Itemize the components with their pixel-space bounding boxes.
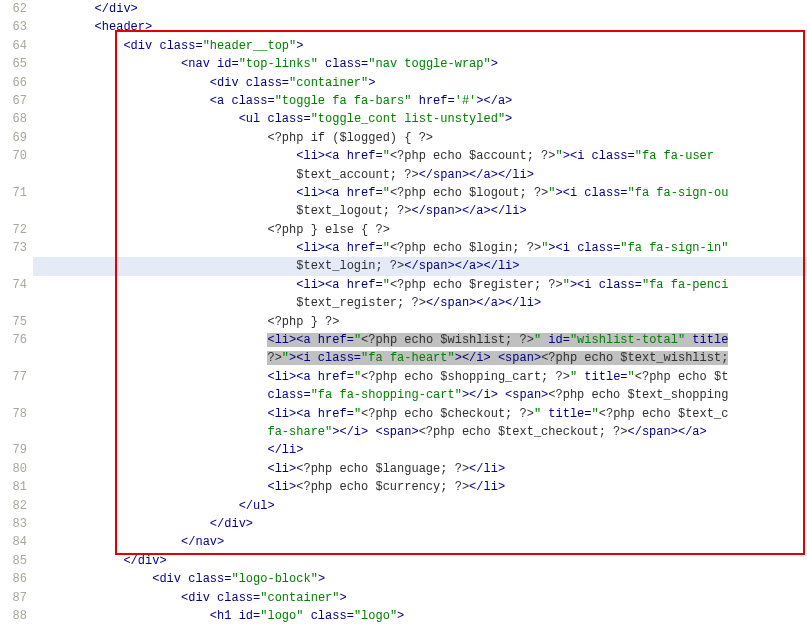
code-line[interactable]: <li><a href="<?php echo $register; ?>"><… <box>33 276 807 294</box>
line-number: 83 <box>0 515 27 533</box>
code-line[interactable]: <header> <box>33 18 807 36</box>
line-number <box>0 166 27 184</box>
line-number: 63 <box>0 18 27 36</box>
line-number: 88 <box>0 607 27 625</box>
line-number <box>0 423 27 441</box>
code-line[interactable]: <li><a href="<?php echo $wishlist; ?>" i… <box>33 331 807 349</box>
line-number: 86 <box>0 570 27 588</box>
line-number: 79 <box>0 441 27 459</box>
line-number: 81 <box>0 478 27 496</box>
code-line[interactable]: </div> <box>33 0 807 18</box>
code-line[interactable]: <li><a href="<?php echo $logout; ?>"><i … <box>33 184 807 202</box>
code-line[interactable]: </ul> <box>33 497 807 515</box>
code-line[interactable]: </div> <box>33 515 807 533</box>
code-line[interactable]: fa-share"></i> <span><?php echo $text_ch… <box>33 423 807 441</box>
code-line[interactable]: <div class="container"> <box>33 589 807 607</box>
line-number: 80 <box>0 460 27 478</box>
line-number: 76 <box>0 331 27 349</box>
line-number <box>0 349 27 367</box>
code-line[interactable]: $text_register; ?></span></a></li> <box>33 294 807 312</box>
code-line[interactable]: <li><a href="<?php echo $shopping_cart; … <box>33 368 807 386</box>
line-number: 66 <box>0 74 27 92</box>
code-editor[interactable]: 6263646566676869707172737475767778798081… <box>0 0 807 625</box>
line-number <box>0 257 27 275</box>
line-number <box>0 294 27 312</box>
line-gutter: 6263646566676869707172737475767778798081… <box>0 0 33 625</box>
code-line[interactable]: </div> <box>33 552 807 570</box>
line-number: 73 <box>0 239 27 257</box>
code-line[interactable]: <h1 id="logo" class="logo"> <box>33 607 807 625</box>
line-number: 69 <box>0 129 27 147</box>
line-number: 78 <box>0 405 27 423</box>
code-line[interactable]: $text_login; ?></span></a></li> <box>33 257 807 275</box>
code-line[interactable]: <div class="container"> <box>33 74 807 92</box>
code-line[interactable]: <li><?php echo $language; ?></li> <box>33 460 807 478</box>
code-line[interactable]: <li><a href="<?php echo $login; ?>"><i c… <box>33 239 807 257</box>
line-number: 65 <box>0 55 27 73</box>
code-line[interactable]: <div class="logo-block"> <box>33 570 807 588</box>
line-number: 75 <box>0 313 27 331</box>
code-line[interactable]: <?php } else { ?> <box>33 221 807 239</box>
line-number: 74 <box>0 276 27 294</box>
line-number: 70 <box>0 147 27 165</box>
code-line[interactable]: </nav> <box>33 533 807 551</box>
line-number: 84 <box>0 533 27 551</box>
line-number: 64 <box>0 37 27 55</box>
code-line[interactable]: <a class="toggle fa fa-bars" href='#'></… <box>33 92 807 110</box>
line-number: 77 <box>0 368 27 386</box>
code-line[interactable]: <div class="header__top"> <box>33 37 807 55</box>
code-line[interactable]: <li><a href="<?php echo $account; ?>"><i… <box>33 147 807 165</box>
line-number: 68 <box>0 110 27 128</box>
code-line[interactable]: <?php if ($logged) { ?> <box>33 129 807 147</box>
code-line[interactable]: class="fa fa-shopping-cart"></i> <span><… <box>33 386 807 404</box>
line-number: 72 <box>0 221 27 239</box>
code-line[interactable]: </li> <box>33 441 807 459</box>
code-line[interactable]: $text_account; ?></span></a></li> <box>33 166 807 184</box>
code-line[interactable]: ?>"><i class="fa fa-heart"></i> <span><?… <box>33 349 807 367</box>
line-number: 71 <box>0 184 27 202</box>
line-number <box>0 386 27 404</box>
line-number: 62 <box>0 0 27 18</box>
line-number: 82 <box>0 497 27 515</box>
line-number: 87 <box>0 589 27 607</box>
line-number <box>0 202 27 220</box>
line-number: 67 <box>0 92 27 110</box>
code-line[interactable]: <nav id="top-links" class="nav toggle-wr… <box>33 55 807 73</box>
code-line[interactable]: <ul class="toggle_cont list-unstyled"> <box>33 110 807 128</box>
code-line[interactable]: $text_logout; ?></span></a></li> <box>33 202 807 220</box>
code-line[interactable]: <?php } ?> <box>33 313 807 331</box>
line-number: 85 <box>0 552 27 570</box>
code-line[interactable]: <li><a href="<?php echo $checkout; ?>" t… <box>33 405 807 423</box>
code-area[interactable]: </div> <header> <div class="header__top"… <box>33 0 807 625</box>
code-line[interactable]: <li><?php echo $currency; ?></li> <box>33 478 807 496</box>
